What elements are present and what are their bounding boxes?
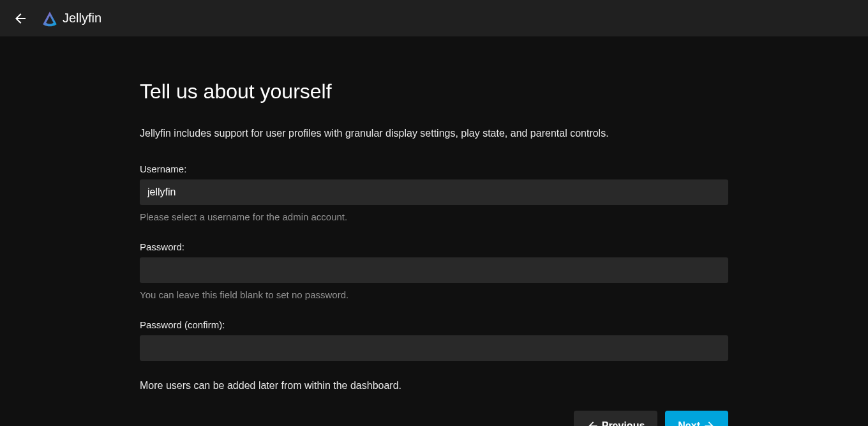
password-label: Password:: [140, 241, 728, 252]
username-input[interactable]: [140, 179, 728, 205]
password-help: You can leave this field blank to set no…: [140, 289, 728, 300]
page-title: Tell us about yourself: [140, 80, 728, 103]
password-confirm-label: Password (confirm):: [140, 319, 728, 330]
password-input[interactable]: [140, 257, 728, 283]
back-button[interactable]: [8, 6, 33, 31]
app-header: Jellyfin: [0, 0, 868, 36]
arrow-right-icon: [703, 420, 715, 426]
password-confirm-group: Password (confirm):: [140, 319, 728, 361]
jellyfin-logo-icon: [41, 10, 59, 27]
password-group: Password: You can leave this field blank…: [140, 241, 728, 300]
username-group: Username: Please select a username for t…: [140, 164, 728, 222]
password-confirm-input[interactable]: [140, 335, 728, 361]
logo-text: Jellyfin: [63, 11, 101, 26]
next-label: Next: [678, 420, 700, 426]
more-users-text: More users can be added later from withi…: [140, 380, 728, 392]
arrow-left-icon: [587, 420, 599, 426]
wizard-content: Tell us about yourself Jellyfin includes…: [140, 36, 728, 426]
previous-button[interactable]: Previous: [574, 411, 658, 426]
username-help: Please select a username for the admin a…: [140, 211, 728, 222]
next-button[interactable]: Next: [665, 411, 728, 426]
arrow-left-icon: [13, 11, 28, 26]
button-row: Previous Next: [140, 411, 728, 426]
username-label: Username:: [140, 164, 728, 174]
previous-label: Previous: [602, 420, 645, 426]
intro-text: Jellyfin includes support for user profi…: [140, 128, 728, 139]
app-logo: Jellyfin: [41, 10, 101, 27]
